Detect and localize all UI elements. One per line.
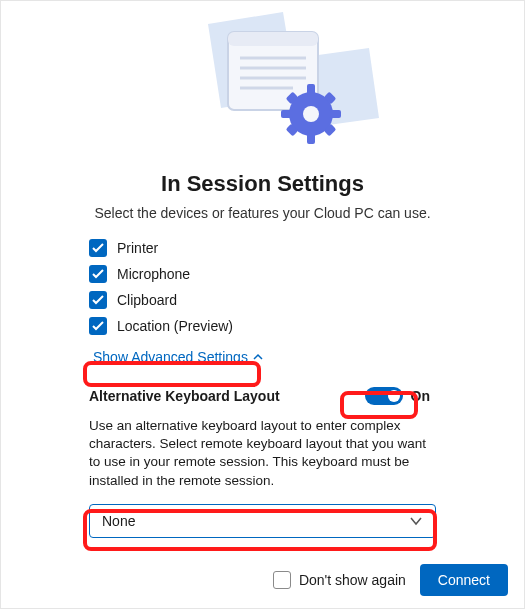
toggle-label: On <box>411 388 430 404</box>
check-icon <box>89 317 107 335</box>
checkbox-empty-icon <box>273 571 291 589</box>
svg-rect-13 <box>329 110 341 118</box>
device-row-location[interactable]: Location (Preview) <box>89 317 436 335</box>
svg-rect-10 <box>307 84 315 96</box>
hero-illustration <box>1 1 524 161</box>
connect-button[interactable]: Connect <box>420 564 508 596</box>
svg-rect-11 <box>307 132 315 144</box>
dont-show-label: Don't show again <box>299 572 406 588</box>
alt-keyboard-description: Use an alternative keyboard layout to en… <box>89 417 436 490</box>
alt-keyboard-heading-row: Alternative Keyboard Layout On <box>89 385 436 407</box>
device-label: Microphone <box>117 266 190 282</box>
alt-keyboard-toggle-wrap: On <box>359 385 436 407</box>
check-icon <box>89 291 107 309</box>
device-label: Printer <box>117 240 158 256</box>
alt-keyboard-heading: Alternative Keyboard Layout <box>89 388 280 404</box>
keyboard-layout-select[interactable]: None <box>89 504 436 538</box>
chevron-up-icon <box>252 352 264 362</box>
dont-show-again-checkbox[interactable]: Don't show again <box>273 571 406 589</box>
check-icon <box>89 265 107 283</box>
device-row-clipboard[interactable]: Clipboard <box>89 291 436 309</box>
toggle-knob <box>388 390 400 402</box>
device-row-microphone[interactable]: Microphone <box>89 265 436 283</box>
chevron-down-icon <box>409 513 423 529</box>
alt-keyboard-toggle[interactable] <box>365 387 403 405</box>
svg-point-9 <box>303 106 319 122</box>
advanced-link-text: Show Advanced Settings <box>93 349 248 365</box>
svg-rect-12 <box>281 110 293 118</box>
settings-content: Printer Microphone Clipboard Location (P… <box>1 221 524 538</box>
device-label: Clipboard <box>117 292 177 308</box>
select-value: None <box>102 513 135 529</box>
svg-rect-3 <box>228 32 318 46</box>
page-subtitle: Select the devices or features your Clou… <box>1 205 524 221</box>
device-label: Location (Preview) <box>117 318 233 334</box>
device-row-printer[interactable]: Printer <box>89 239 436 257</box>
hero-svg <box>123 6 403 156</box>
page-title: In Session Settings <box>1 171 524 197</box>
dialog-footer: Don't show again Connect <box>273 564 508 596</box>
check-icon <box>89 239 107 257</box>
show-advanced-settings-link[interactable]: Show Advanced Settings <box>89 347 268 367</box>
